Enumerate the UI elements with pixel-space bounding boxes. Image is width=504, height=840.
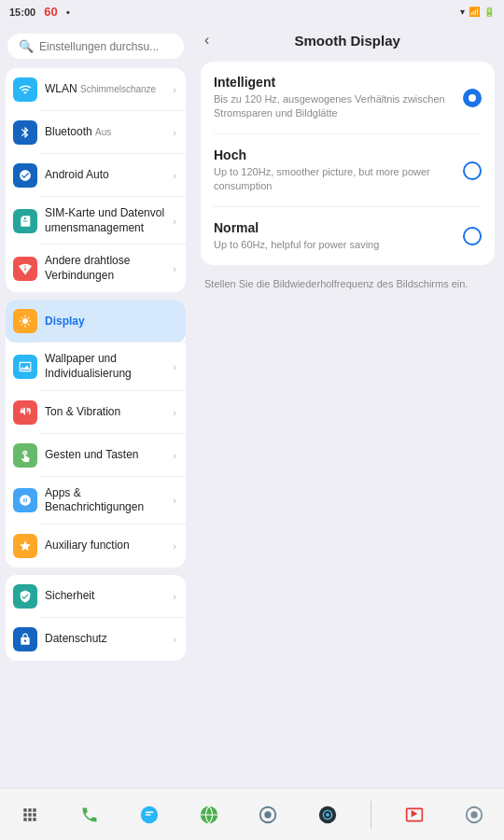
- sidebar-item-sound[interactable]: Ton & Vibration ›: [6, 391, 186, 434]
- sim-label: SIM-Karte und Datenvolumensmanagement: [45, 206, 173, 235]
- nav-browser-icon[interactable]: [192, 798, 226, 832]
- nav-phone-icon[interactable]: [73, 798, 106, 832]
- gestures-label: Gesten und Tasten: [45, 448, 173, 463]
- sim-icon: [13, 209, 37, 233]
- bluetooth-sub: Aus: [95, 127, 111, 137]
- bluetooth-chevron: ›: [173, 127, 176, 138]
- security-group: Sicherheit › Datenschutz ›: [6, 575, 186, 661]
- nav-settings2-icon[interactable]: [457, 798, 491, 832]
- apps-chevron: ›: [173, 495, 176, 506]
- sound-chevron: ›: [173, 407, 176, 418]
- apps-text: Apps &Benachrichtigungen: [45, 486, 173, 515]
- gestures-chevron: ›: [173, 450, 176, 461]
- sidebar-item-gestures[interactable]: Gesten und Tasten ›: [6, 434, 186, 477]
- android-auto-text: Android Auto: [45, 168, 173, 183]
- option-normal-desc: Up to 60Hz, helpful for power saving: [214, 238, 463, 252]
- aux-text: Auxiliary function: [45, 539, 173, 553]
- security-icon: [13, 584, 37, 609]
- sidebar-item-display[interactable]: Display: [6, 300, 186, 343]
- nav-divider: [371, 801, 371, 829]
- nav-grid-icon[interactable]: [13, 798, 47, 832]
- nav-settings-icon[interactable]: [251, 798, 285, 832]
- display-text: Display: [45, 315, 176, 329]
- sidebar-item-wlan[interactable]: WLAN Schimmelschanze ›: [6, 68, 186, 111]
- network-group: WLAN Schimmelschanze › Bluetooth Aus › A…: [6, 68, 186, 292]
- panel-header: ‹ Smooth Display: [191, 22, 504, 58]
- signal-icon: 📶: [469, 7, 480, 17]
- option-hoch-title: Hoch: [214, 147, 463, 162]
- privacy-text: Datenschutz: [45, 632, 173, 647]
- android-auto-chevron: ›: [173, 170, 176, 181]
- bluetooth-label: Bluetooth Aus: [45, 125, 173, 140]
- apps-icon: [13, 488, 37, 512]
- display-options-card: Intelligent Bis zu 120 Hz, ausgewogenes …: [201, 62, 495, 265]
- svg-point-8: [470, 811, 477, 818]
- wireless-text: Andere drahtloseVerbindungen: [45, 254, 173, 283]
- option-hoch[interactable]: Hoch Up to 120Hz, smoother picture, but …: [201, 134, 495, 207]
- gestures-icon: [13, 443, 37, 468]
- option-normal-title: Normal: [214, 220, 463, 235]
- svg-point-3: [265, 811, 272, 818]
- option-intelligent[interactable]: Intelligent Bis zu 120 Hz, ausgewogenes …: [201, 62, 495, 134]
- apps-label: Apps &Benachrichtigungen: [45, 486, 173, 515]
- sidebar-item-apps[interactable]: Apps &Benachrichtigungen ›: [6, 477, 186, 525]
- security-chevron: ›: [173, 591, 176, 602]
- nav-camera-icon[interactable]: [311, 798, 344, 832]
- android-auto-label: Android Auto: [45, 168, 173, 183]
- gestures-text: Gesten und Tasten: [45, 448, 173, 463]
- nav-messages-icon[interactable]: [133, 798, 166, 832]
- panel-description: Stellen Sie die Bildwiederholfrequenz de…: [191, 276, 504, 307]
- settings-group: Display Wallpaper undIndividualisierung …: [6, 300, 186, 567]
- wlan-icon: [13, 77, 37, 102]
- sidebar-item-wireless[interactable]: Andere drahtloseVerbindungen ›: [6, 245, 186, 292]
- display-label: Display: [45, 315, 176, 329]
- panel-title: Smooth Display: [218, 33, 491, 49]
- bottom-nav: [0, 788, 504, 840]
- main-layout: 🔍 WLAN Schimmelschanze › Bluetooth Aus: [0, 22, 504, 788]
- wallpaper-icon: [13, 355, 37, 379]
- search-bar[interactable]: 🔍: [7, 34, 184, 59]
- option-intelligent-title: Intelligent: [214, 75, 463, 90]
- sim-chevron: ›: [173, 216, 176, 227]
- radio-normal[interactable]: [463, 227, 482, 245]
- wlan-label: WLAN Schimmelschanze: [45, 82, 173, 97]
- sidebar-item-android-auto[interactable]: Android Auto ›: [6, 154, 186, 197]
- status-left: 15:00 60 •: [9, 5, 70, 19]
- display-icon: [13, 309, 37, 333]
- wireless-icon: [13, 257, 37, 281]
- option-intelligent-desc: Bis zu 120 Hz, ausgewogenes Verhältnis z…: [214, 92, 463, 121]
- android-auto-icon: [13, 163, 37, 188]
- privacy-label: Datenschutz: [45, 632, 173, 647]
- wlan-text: WLAN Schimmelschanze: [45, 82, 173, 97]
- status-icons-right: ▾ 📶 🔋: [460, 7, 495, 17]
- option-normal-text: Normal Up to 60Hz, helpful for power sav…: [214, 220, 463, 252]
- sidebar-item-sim[interactable]: SIM-Karte und Datenvolumensmanagement ›: [6, 197, 186, 245]
- option-normal[interactable]: Normal Up to 60Hz, helpful for power sav…: [201, 207, 495, 265]
- security-text: Sicherheit: [45, 589, 173, 604]
- sidebar-item-security[interactable]: Sicherheit ›: [6, 575, 186, 618]
- security-label: Sicherheit: [45, 589, 173, 604]
- aux-label: Auxiliary function: [45, 539, 173, 553]
- sidebar-item-wallpaper[interactable]: Wallpaper undIndividualisierung ›: [6, 343, 186, 390]
- option-hoch-desc: Up to 120Hz, smoother picture, but more …: [214, 165, 463, 194]
- sidebar-item-privacy[interactable]: Datenschutz ›: [6, 618, 186, 661]
- wallpaper-text: Wallpaper undIndividualisierung: [45, 352, 173, 381]
- sidebar-item-bluetooth[interactable]: Bluetooth Aus ›: [6, 111, 186, 154]
- wlan-chevron: ›: [173, 84, 176, 95]
- aux-icon: [13, 534, 37, 558]
- sidebar: 🔍 WLAN Schimmelschanze › Bluetooth Aus: [0, 22, 191, 788]
- search-input[interactable]: [39, 40, 173, 53]
- option-hoch-text: Hoch Up to 120Hz, smoother picture, but …: [214, 147, 463, 194]
- battery-icon: 🔋: [483, 7, 495, 17]
- nav-video-icon[interactable]: [398, 798, 431, 832]
- status-bar: 15:00 60 • ▾ 📶 🔋: [0, 0, 504, 22]
- radio-hoch[interactable]: [463, 161, 482, 180]
- right-panel: ‹ Smooth Display Intelligent Bis zu 120 …: [191, 22, 504, 788]
- search-icon: 🔍: [19, 39, 34, 53]
- sidebar-item-aux[interactable]: Auxiliary function ›: [6, 525, 186, 567]
- option-intelligent-text: Intelligent Bis zu 120 Hz, ausgewogenes …: [214, 75, 463, 121]
- sound-icon: [13, 400, 37, 425]
- back-button[interactable]: ‹: [204, 32, 209, 49]
- status-time: 15:00: [9, 7, 35, 18]
- radio-intelligent[interactable]: [463, 89, 482, 107]
